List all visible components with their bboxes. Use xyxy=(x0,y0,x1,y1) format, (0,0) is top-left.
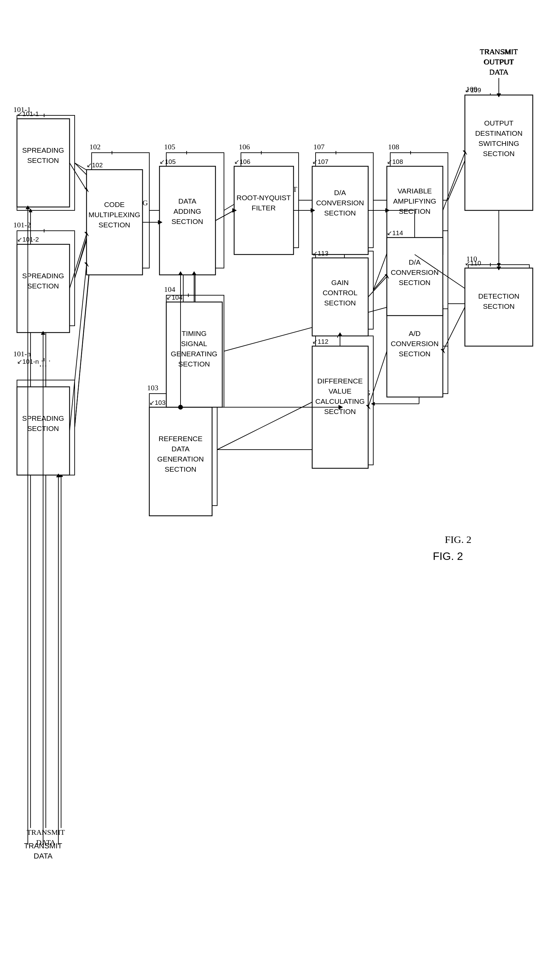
od-t1: OUTPUT xyxy=(484,119,514,127)
da1-t2: CONVERSION xyxy=(316,199,364,207)
rd-t2: DATA xyxy=(172,445,190,453)
fig2-label: FIG. 2 xyxy=(433,550,463,562)
sp2-t1: SPREADING xyxy=(22,272,64,280)
rn-t1: ROOT-NYQUIST xyxy=(237,194,291,202)
det-t2: SECTION xyxy=(483,302,514,310)
dv-t2: VALUE xyxy=(329,387,351,395)
det-id: ↙110 xyxy=(465,259,481,267)
cm-id: ↙102 xyxy=(86,162,103,169)
ts-t4: SECTION xyxy=(178,360,210,368)
od-t2: DESTINATION xyxy=(475,129,523,137)
da1-id: ↙107 xyxy=(312,158,329,165)
da2-t3: SECTION xyxy=(399,278,430,286)
ts-t3: GENERATING xyxy=(171,350,217,358)
da-t2: ADDING xyxy=(173,207,201,215)
rn-t2: FILTER xyxy=(252,204,276,212)
ad-t3: SECTION xyxy=(399,350,430,358)
svg-line-54 xyxy=(70,163,86,190)
rn-id: ↙106 xyxy=(234,158,250,165)
da2-t2: CONVERSION xyxy=(391,269,439,276)
da2-t1: D/A xyxy=(409,258,420,266)
gc-t1: GAIN xyxy=(331,278,348,286)
gc-rect xyxy=(312,258,368,336)
sp1-t2: SECTION xyxy=(27,156,59,164)
ad-t1: A/D xyxy=(409,329,420,337)
svg-line-56 xyxy=(70,265,86,431)
gc-id: ↙113 xyxy=(312,250,329,257)
da-t3: SECTION xyxy=(171,218,203,225)
det-t1: DETECTION xyxy=(478,292,519,300)
da-id: ↙105 xyxy=(159,158,176,165)
out-t1: TRANSMIT xyxy=(480,48,518,56)
od-t3: SWITCHING xyxy=(479,140,519,147)
cm-t3: SECTION xyxy=(99,221,130,229)
svg-line-69 xyxy=(368,351,387,407)
svg-line-61 xyxy=(215,210,234,221)
out-t2: OUTPUT xyxy=(483,58,514,66)
da2-rect xyxy=(387,237,443,316)
od-id: ↙109 xyxy=(465,86,481,94)
cm-t1: CODE xyxy=(104,200,125,208)
svg-line-64 xyxy=(443,153,465,210)
ts-t1: TIMING xyxy=(181,329,207,337)
dv-id: ↙112 xyxy=(312,338,329,345)
transmit-data-t2: DATA xyxy=(33,852,52,860)
od-t4: SECTION xyxy=(483,150,514,158)
dv-t3: CALCULATING xyxy=(315,397,364,405)
ad-t2: CONVERSION xyxy=(391,340,439,347)
out-t3: DATA xyxy=(489,68,508,76)
rd-t4: SECTION xyxy=(165,465,196,473)
va-id: ↙108 xyxy=(387,158,403,165)
sp2-t2: SECTION xyxy=(27,282,59,290)
da2-id: ↙114 xyxy=(387,229,403,237)
da1-t1: D/A xyxy=(334,189,346,196)
gc-t2: CONTROL xyxy=(323,289,358,297)
da-t1: DATA xyxy=(178,197,197,205)
ts-t2: SIGNAL xyxy=(181,340,207,347)
sp1-id: ↙101-1 xyxy=(17,110,39,118)
svg-line-70 xyxy=(443,307,465,351)
svg-line-67 xyxy=(368,277,387,297)
svg-line-55 xyxy=(70,234,86,288)
ts-id: ↙104 xyxy=(166,294,183,301)
sp1-t1: SPREADING xyxy=(22,146,64,154)
rd-t1: REFERENCE xyxy=(159,435,203,442)
va-t1: VARIABLE xyxy=(398,187,432,195)
gc-t3: SECTION xyxy=(324,299,356,307)
rd-id: ↙103 xyxy=(149,399,165,406)
cm-t2: MULTIPLEXING xyxy=(89,211,140,218)
rd-t3: GENERATION xyxy=(157,455,204,463)
va-t2: AMPLIFYING xyxy=(393,197,436,205)
dv-t1: DIFFERENCE xyxy=(317,377,363,385)
da1-t3: SECTION xyxy=(324,209,356,217)
